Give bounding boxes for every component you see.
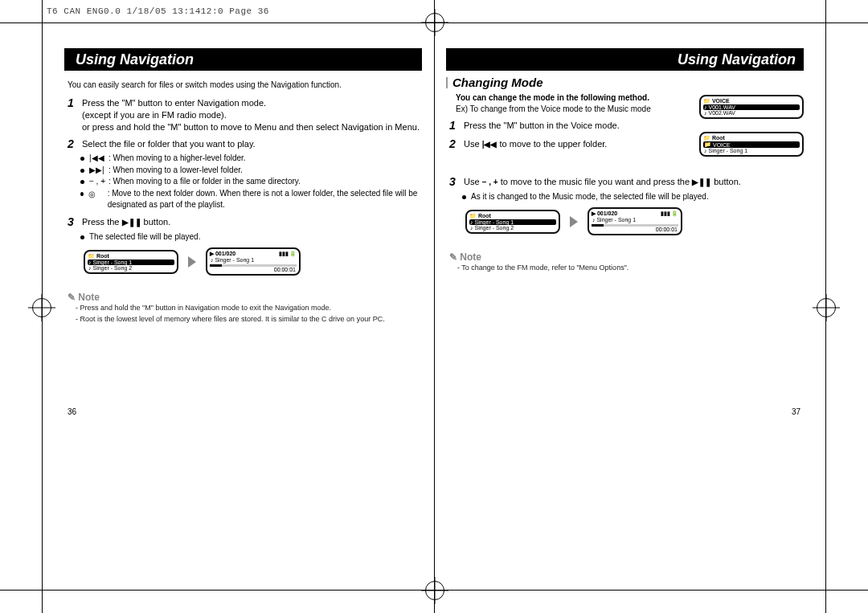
running-head: T6 CAN ENG0.0 1/18/05 13:1412:0 Page 36 — [47, 6, 269, 16]
step-2: 2 Select the file or folder that you wan… — [68, 138, 422, 152]
lcd-illustration: 📁 Root ♪Singer - Song 1 ♪Singer - Song 2… — [84, 247, 422, 276]
lcd-side-column: 📁 VOICE ♪V001.WAV ♪V002.WAV 📁 Root 📁VOIC… — [699, 95, 804, 157]
page-number: 36 — [68, 407, 76, 416]
registration-mark-icon — [32, 298, 51, 317]
registration-mark-icon — [425, 13, 444, 32]
page-number: 37 — [792, 407, 800, 416]
step-3: 3 Press the ▶❚❚ button. — [68, 216, 422, 230]
page-37: Using Navigation Changing Mode You can c… — [446, 48, 804, 416]
lcd-screen-root-explore: 📁 Root 📁VOICE ♪Singer - Song 1 — [699, 132, 804, 157]
intro-text: You can easily search for files or switc… — [68, 80, 422, 89]
step-3-sub: The selected file will be played. — [80, 231, 422, 243]
step-1: 1 Press the "M" button to enter Navigati… — [68, 97, 422, 133]
arrow-right-icon — [188, 256, 196, 268]
lcd-screen-voice: 📁 VOICE ♪V001.WAV ♪V002.WAV — [699, 95, 804, 119]
lcd-screen-playing: ▶ 001/020▮▮▮🔋 ♪ Singer - Song 1 00:00:01 — [206, 247, 301, 276]
step-3: 3 Use − , + to move to the music file yo… — [449, 176, 804, 190]
registration-mark-icon — [425, 581, 444, 600]
arrow-right-icon — [570, 216, 578, 227]
page-title: Using Navigation — [64, 48, 422, 71]
step-1: 1 Press the "M" button in the Voice mode… — [449, 120, 655, 133]
registration-mark-icon — [817, 298, 836, 317]
note-block: ✎ Note - Press and hold the "M" button i… — [68, 292, 422, 325]
step-3-sub: As it is changed to the Music mode, the … — [462, 191, 804, 203]
lcd-screen-root2: 📁 Root ♪Singer - Song 1 ♪Singer - Song 2 — [465, 210, 560, 234]
step-2-sub: |◀◀: When moving to a higher-level folde… — [80, 153, 422, 211]
lcd-screen-playing2: ▶ 001/020▮▮▮🔋 ♪ Singer - Song 1 00:00:01 — [588, 207, 682, 235]
lcd-screen-root: 📁 Root ♪Singer - Song 1 ♪Singer - Song 2 — [84, 250, 178, 274]
lcd-illustration: 📁 Root ♪Singer - Song 1 ♪Singer - Song 2… — [465, 207, 804, 235]
section-heading: Changing Mode — [446, 76, 804, 89]
page-36: Using Navigation You can easily search f… — [64, 48, 422, 416]
note-block: ✎ Note - To change to the FM mode, refer… — [449, 251, 804, 274]
manual-spread: T6 CAN ENG0.0 1/18/05 13:1412:0 Page 36 … — [0, 0, 868, 613]
step-2: 2 Use |◀◀ to move to the upper folder. — [449, 138, 655, 152]
page-title: Using Navigation — [446, 48, 804, 71]
